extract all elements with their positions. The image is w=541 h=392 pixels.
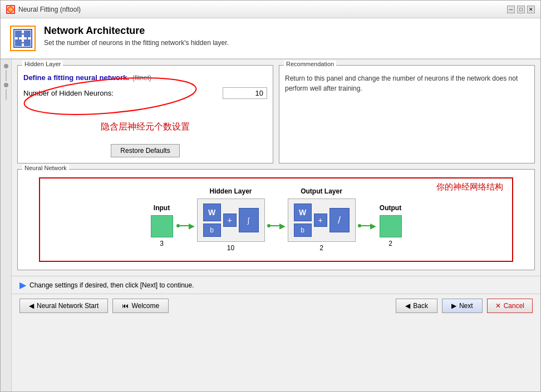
page-subtitle: Set the number of neurons in the fitting… (44, 39, 229, 47)
sidebar-line (6, 89, 7, 100)
output-linear-block: / (329, 208, 350, 232)
neural-network-start-icon: ◀ (29, 302, 34, 310)
input-column: Input 3 (151, 192, 173, 247)
bottom-bar: ◀ Neural Network Start ⏮ Welcome ◀ Back … (12, 294, 540, 317)
next-button[interactable]: ▶ Next (442, 299, 483, 313)
svg-rect-6 (24, 31, 31, 37)
next-icon: ▶ (451, 302, 456, 310)
output-box (380, 215, 402, 237)
arrow2: ▶ (267, 215, 286, 237)
hidden-sigmoid-block: ∫ (239, 208, 259, 232)
header-text: Network Architecture Set the number of n… (44, 25, 229, 47)
recommendation-content: Return to this panel and change the numb… (285, 73, 529, 93)
define-text: Define a fitting neural network. (23, 73, 129, 82)
svg-rect-8 (24, 39, 31, 46)
arrow1: ▶ (176, 215, 195, 237)
define-line: Define a fitting neural network. (fitnet… (23, 73, 267, 82)
recommendation-text: Return to this panel and change the numb… (285, 73, 529, 93)
status-text: Change settings if desired, then click [… (29, 281, 194, 289)
neurons-input[interactable] (223, 87, 267, 99)
output-plus-block: + (314, 214, 327, 227)
output-layer-box: W b + / (288, 199, 356, 242)
svg-rect-5 (15, 31, 22, 37)
input-number: 3 (160, 240, 164, 247)
neural-network-section: Neural Network 你的神经网络结构 Input 3 (17, 169, 535, 270)
input-box (151, 215, 173, 237)
content-area: Hidden Layer Define a fitting neural net… (12, 59, 540, 391)
input-label: Input (154, 204, 170, 212)
window-controls: ─ □ ✕ (507, 6, 535, 13)
hidden-number: 10 (227, 244, 234, 252)
output-column: Output 2 (380, 192, 402, 247)
output-b-block: b (294, 224, 312, 237)
output-layer-column: Output Layer W b + (288, 187, 356, 252)
app-icon (6, 5, 15, 14)
hidden-layer-panel: Hidden Layer Define a fitting neural net… (17, 65, 273, 163)
hidden-layer-column: Hidden Layer W b + (197, 187, 265, 252)
nn-diagram: Input 3 ▶ (51, 187, 501, 252)
minimize-button[interactable]: ─ (507, 6, 515, 13)
recommendation-panel-title: Recommendation (284, 61, 336, 67)
status-bar: ▶ Change settings if desired, then click… (12, 276, 540, 294)
title-bar: Neural Fitting (nftool) ─ □ ✕ (1, 1, 540, 18)
panels-row: Hidden Layer Define a fitting neural net… (12, 59, 540, 169)
restore-defaults-button[interactable]: Restore Defaults (111, 144, 179, 157)
hidden-layer-panel-title: Hidden Layer (22, 61, 63, 67)
network-architecture-icon (9, 25, 36, 52)
recommendation-panel: Recommendation Return to this panel and … (279, 65, 535, 163)
output-number2: 2 (388, 240, 392, 247)
arrow3: ▶ (358, 215, 376, 237)
hidden-layer-label: Hidden Layer (209, 187, 252, 195)
svg-rect-7 (15, 39, 22, 46)
fitnet-text: (fitnet) (132, 74, 151, 82)
page-title: Network Architecture (44, 25, 229, 37)
neural-network-start-button[interactable]: ◀ Neural Network Start (19, 299, 108, 313)
maximize-button[interactable]: □ (517, 6, 525, 13)
nn-annotation: 你的神经网络结构 (436, 182, 503, 192)
main-window: Neural Fitting (nftool) ─ □ ✕ Network Ar… (0, 0, 541, 392)
window-title: Neural Fitting (nftool) (18, 6, 81, 13)
welcome-icon: ⏮ (122, 302, 129, 310)
close-button[interactable]: ✕ (527, 6, 535, 13)
sidebar-indicator (4, 83, 8, 87)
hidden-plus-block: + (223, 214, 237, 227)
main-content: Hidden Layer Define a fitting neural net… (1, 59, 540, 391)
neurons-row: Number of Hidden Neurons: (23, 87, 267, 99)
hidden-layer-annotation: 隐含层神经元个数设置 (23, 121, 267, 133)
sidebar-line (6, 70, 7, 81)
output-layer-label: Output Layer (301, 187, 342, 195)
output-w-block: W (294, 204, 312, 221)
back-button[interactable]: ◀ Back (396, 299, 437, 313)
neurons-label: Number of Hidden Neurons: (23, 89, 114, 97)
hidden-w-block: W (203, 204, 221, 221)
title-bar-left: Neural Fitting (nftool) (6, 5, 81, 14)
sidebar-indicator (4, 64, 8, 68)
hidden-b-block: b (203, 224, 221, 237)
info-icon: ▶ (19, 280, 26, 290)
header-section: Network Architecture Set the number of n… (1, 18, 540, 59)
left-sidebar (1, 59, 12, 391)
hidden-layer-box: W b + ∫ (197, 199, 265, 242)
nn-diagram-wrapper: 你的神经网络结构 Input 3 (39, 177, 513, 262)
cancel-icon: ✕ (495, 302, 501, 310)
back-icon: ◀ (405, 302, 410, 310)
hidden-layer-panel-content: Define a fitting neural network. (fitnet… (23, 73, 267, 157)
output-number: 2 (319, 244, 323, 252)
neural-network-title: Neural Network (22, 165, 69, 171)
output-label: Output (380, 204, 401, 212)
welcome-button[interactable]: ⏮ Welcome (112, 299, 169, 313)
cancel-button[interactable]: ✕ Cancel (487, 299, 533, 313)
